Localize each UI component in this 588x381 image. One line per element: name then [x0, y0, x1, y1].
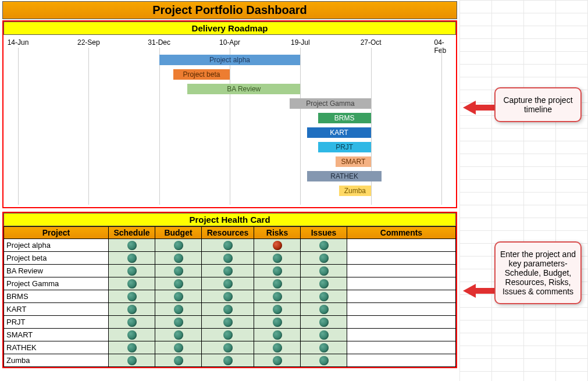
status-cell[interactable]	[301, 354, 347, 367]
gridline	[159, 48, 160, 205]
table-row[interactable]: BRMS	[4, 290, 456, 303]
gantt-bar: RATHEK	[307, 171, 381, 181]
status-dot-green	[127, 305, 137, 314]
status-cell[interactable]	[254, 329, 301, 341]
status-cell[interactable]	[202, 329, 254, 341]
status-cell[interactable]	[301, 329, 347, 341]
project-name-cell[interactable]: Project alpha	[4, 239, 109, 252]
comments-cell[interactable]	[347, 316, 456, 329]
status-dot-green	[319, 292, 329, 301]
status-cell[interactable]	[301, 290, 347, 303]
status-dot-green	[223, 254, 233, 263]
status-dot-green	[319, 254, 329, 263]
status-cell[interactable]	[155, 316, 202, 329]
status-cell[interactable]	[109, 341, 155, 354]
project-name-cell[interactable]: Zumba	[4, 354, 109, 367]
status-cell[interactable]	[109, 239, 155, 252]
table-row[interactable]: Project beta	[4, 252, 456, 265]
comments-cell[interactable]	[347, 277, 456, 290]
status-cell[interactable]	[109, 329, 155, 341]
status-cell[interactable]	[254, 354, 301, 367]
status-dot-green	[273, 318, 282, 327]
status-dot-green	[223, 305, 233, 314]
status-cell[interactable]	[254, 277, 301, 290]
status-cell[interactable]	[155, 329, 202, 341]
table-row[interactable]: RATHEK	[4, 341, 456, 354]
status-cell[interactable]	[155, 265, 202, 277]
status-cell[interactable]	[202, 277, 254, 290]
comments-cell[interactable]	[347, 303, 456, 316]
status-cell[interactable]	[254, 239, 301, 252]
status-cell[interactable]	[155, 354, 202, 367]
status-cell[interactable]	[301, 265, 347, 277]
project-name-cell[interactable]: PRJT	[4, 316, 109, 329]
spreadsheet-grid-background	[459, 0, 588, 381]
comments-cell[interactable]	[347, 265, 456, 277]
project-name-cell[interactable]: RATHEK	[4, 341, 109, 354]
status-cell[interactable]	[301, 277, 347, 290]
table-row[interactable]: Project Gamma	[4, 277, 456, 290]
status-cell[interactable]	[254, 316, 301, 329]
dashboard-container: Project Portfolio Dashboard Delivery Roa…	[2, 1, 457, 368]
status-cell[interactable]	[301, 341, 347, 354]
project-name-cell[interactable]: Project Gamma	[4, 277, 109, 290]
status-cell[interactable]	[301, 316, 347, 329]
status-cell[interactable]	[109, 290, 155, 303]
table-row[interactable]: KART	[4, 303, 456, 316]
project-name-cell[interactable]: BA Review	[4, 265, 109, 277]
status-cell[interactable]	[109, 252, 155, 265]
status-dot-green	[319, 305, 329, 314]
comments-cell[interactable]	[347, 252, 456, 265]
status-cell[interactable]	[155, 277, 202, 290]
gantt-chart: 14-Jun22-Sep31-Dec10-Apr19-Jul27-Oct04-F…	[3, 35, 456, 207]
status-cell[interactable]	[155, 290, 202, 303]
table-row[interactable]: SMART	[4, 329, 456, 341]
status-cell[interactable]	[109, 303, 155, 316]
gridline	[88, 48, 89, 205]
status-cell[interactable]	[202, 303, 254, 316]
status-dot-green	[319, 279, 329, 289]
table-row[interactable]: PRJT	[4, 316, 456, 329]
comments-cell[interactable]	[347, 290, 456, 303]
table-row[interactable]: Zumba	[4, 354, 456, 367]
status-cell[interactable]	[202, 265, 254, 277]
status-cell[interactable]	[109, 316, 155, 329]
status-cell[interactable]	[301, 303, 347, 316]
table-row[interactable]: Project alpha	[4, 239, 456, 252]
status-cell[interactable]	[202, 239, 254, 252]
status-cell[interactable]	[254, 303, 301, 316]
comments-cell[interactable]	[347, 329, 456, 341]
status-dot-green	[273, 266, 282, 276]
status-cell[interactable]	[254, 290, 301, 303]
status-cell[interactable]	[254, 341, 301, 354]
table-header: Risks	[254, 227, 301, 239]
status-cell[interactable]	[202, 290, 254, 303]
status-cell[interactable]	[109, 277, 155, 290]
project-name-cell[interactable]: BRMS	[4, 290, 109, 303]
comments-cell[interactable]	[347, 341, 456, 354]
status-cell[interactable]	[109, 354, 155, 367]
project-name-cell[interactable]: Project beta	[4, 252, 109, 265]
gantt-bar: Project beta	[173, 69, 230, 80]
status-cell[interactable]	[254, 252, 301, 265]
status-dot-green	[127, 318, 137, 327]
table-row[interactable]: BA Review	[4, 265, 456, 277]
status-cell[interactable]	[301, 239, 347, 252]
status-cell[interactable]	[254, 265, 301, 277]
status-cell[interactable]	[202, 341, 254, 354]
project-name-cell[interactable]: KART	[4, 303, 109, 316]
status-cell[interactable]	[202, 354, 254, 367]
status-cell[interactable]	[202, 252, 254, 265]
status-cell[interactable]	[155, 252, 202, 265]
status-cell[interactable]	[155, 341, 202, 354]
status-cell[interactable]	[109, 265, 155, 277]
comments-cell[interactable]	[347, 239, 456, 252]
comments-cell[interactable]	[347, 354, 456, 367]
status-cell[interactable]	[155, 239, 202, 252]
status-dot-green	[223, 241, 233, 250]
status-dot-green	[319, 318, 329, 327]
project-name-cell[interactable]: SMART	[4, 329, 109, 341]
status-cell[interactable]	[202, 316, 254, 329]
status-cell[interactable]	[155, 303, 202, 316]
status-cell[interactable]	[301, 252, 347, 265]
